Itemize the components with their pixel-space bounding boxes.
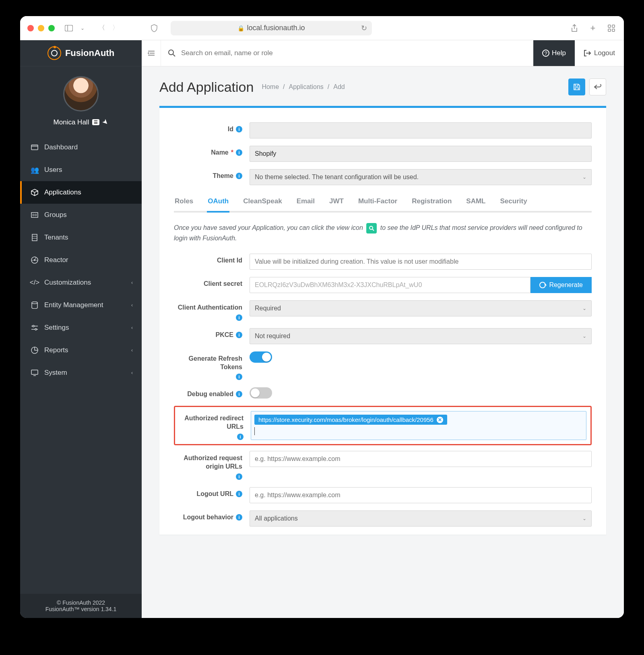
name-input[interactable] <box>250 146 592 162</box>
name-label: Name <box>211 149 229 156</box>
search-container <box>161 49 533 57</box>
sidebar-item-reactor[interactable]: Reactor <box>20 249 142 271</box>
redirect-urls-label: Authorized redirect URLs <box>179 414 244 431</box>
nav: Dashboard 👥Users Applications Groups Ten… <box>20 136 142 384</box>
logo[interactable]: FusionAuth <box>20 40 142 66</box>
page-title: Add Application <box>159 79 254 95</box>
sidebar-item-groups[interactable]: Groups <box>20 204 142 226</box>
avatar[interactable] <box>63 76 99 112</box>
zoom-window-icon[interactable] <box>48 25 55 31</box>
sidebar-item-system[interactable]: System‹ <box>20 362 142 384</box>
form-card: Idi Name*i Themei No theme selected. The… <box>159 106 606 535</box>
sidebar-item-entity-management[interactable]: Entity Management‹ <box>20 294 142 316</box>
url-bar[interactable]: 🔒 local.fusionauth.io ↻ <box>171 21 372 35</box>
logout-button[interactable]: Logout <box>575 40 624 66</box>
tab-overview-icon[interactable] <box>606 23 617 33</box>
tab-registration[interactable]: Registration <box>411 197 452 213</box>
svg-rect-2 <box>608 25 611 27</box>
help-button[interactable]: ?Help <box>533 40 575 66</box>
sidebar-toggle-icon[interactable] <box>64 23 74 33</box>
refresh-tokens-toggle[interactable] <box>250 351 272 363</box>
reload-icon[interactable]: ↻ <box>361 24 367 33</box>
redirect-urls-input[interactable]: https://store.xecurity.com/moas/broker/l… <box>251 411 586 440</box>
client-secret-input[interactable] <box>250 277 530 293</box>
breadcrumb: Home/ Applications/ Add <box>262 83 345 91</box>
tab-jwt[interactable]: JWT <box>328 197 345 213</box>
back-button[interactable]: 〈 <box>97 23 107 33</box>
chevron-left-icon: ‹ <box>131 370 133 376</box>
pkce-select[interactable]: Not required⌄ <box>250 328 592 344</box>
sidebar-item-customizations[interactable]: </>Customizations‹ <box>20 271 142 294</box>
location-arrow-icon[interactable]: ➤ <box>101 117 111 127</box>
svg-rect-3 <box>612 25 615 27</box>
minimize-window-icon[interactable] <box>38 25 44 31</box>
tab-security[interactable]: Security <box>500 197 528 213</box>
tab-multifactor[interactable]: Multi-Factor <box>357 197 398 213</box>
share-icon[interactable] <box>569 23 580 33</box>
desktop-icon <box>31 369 39 377</box>
info-icon[interactable]: i <box>236 391 242 397</box>
tab-cleanspeak[interactable]: CleanSpeak <box>242 197 283 213</box>
info-icon[interactable]: i <box>236 314 242 321</box>
breadcrumb-applications[interactable]: Applications <box>289 83 324 91</box>
new-tab-icon[interactable]: + <box>588 23 598 33</box>
breadcrumb-current: Add <box>333 83 345 91</box>
sidebar-item-users[interactable]: 👥Users <box>20 159 142 181</box>
chevron-down-icon: ⌄ <box>582 516 586 521</box>
logout-behavior-select[interactable]: All applications⌄ <box>250 510 592 527</box>
hint-before: Once you have saved your Application, yo… <box>174 224 363 231</box>
id-card-icon[interactable]: ☰ <box>92 119 99 125</box>
tabs: Roles OAuth CleanSpeak Email JWT Multi-F… <box>174 197 592 213</box>
info-icon[interactable]: i <box>236 332 242 338</box>
info-icon[interactable]: i <box>236 514 242 521</box>
sidebar-item-applications[interactable]: Applications <box>20 181 142 204</box>
logout-behavior-label: Logout behavior <box>183 514 233 521</box>
debug-label: Debug enabled <box>187 391 233 398</box>
sidebar-item-label: Reports <box>44 346 68 354</box>
logout-url-input[interactable] <box>250 487 592 503</box>
oauth-hint: Once you have saved your Application, yo… <box>174 223 592 243</box>
tab-email[interactable]: Email <box>296 197 316 213</box>
save-button[interactable] <box>568 79 585 95</box>
tab-saml[interactable]: SAML <box>465 197 486 213</box>
svg-rect-11 <box>32 234 37 241</box>
info-icon[interactable]: i <box>236 374 242 380</box>
sidebar-item-dashboard[interactable]: Dashboard <box>20 136 142 159</box>
search-input[interactable] <box>181 49 526 57</box>
info-icon[interactable]: i <box>236 491 242 497</box>
chevron-left-icon: ‹ <box>131 325 133 331</box>
sidebar-item-settings[interactable]: Settings‹ <box>20 316 142 339</box>
sidebar-item-label: Applications <box>44 188 81 196</box>
chevron-left-icon: ‹ <box>131 302 133 308</box>
tab-roles[interactable]: Roles <box>174 197 194 213</box>
sidebar-item-tenants[interactable]: Tenants <box>20 226 142 249</box>
svg-point-19 <box>33 325 34 327</box>
debug-toggle[interactable] <box>250 387 272 399</box>
breadcrumb-home[interactable]: Home <box>262 83 279 91</box>
collapse-sidebar-button[interactable] <box>142 40 161 66</box>
tab-oauth[interactable]: OAuth <box>207 197 229 213</box>
chevron-down-icon[interactable]: ⌄ <box>77 23 88 33</box>
svg-point-27 <box>169 50 173 55</box>
theme-select-value: No theme selected. The tenant configurat… <box>255 174 419 181</box>
regenerate-button[interactable]: Regenerate <box>530 277 592 293</box>
remove-chip-icon[interactable]: ✕ <box>437 417 443 423</box>
info-icon[interactable]: i <box>237 434 244 440</box>
refresh-icon <box>539 282 546 288</box>
text-cursor <box>254 427 255 435</box>
info-icon[interactable]: i <box>236 473 242 480</box>
client-auth-select[interactable]: Required⌄ <box>250 300 592 316</box>
info-icon[interactable]: i <box>236 149 242 156</box>
origin-urls-input[interactable] <box>250 451 592 467</box>
sidebar-item-reports[interactable]: Reports‹ <box>20 339 142 362</box>
svg-rect-8 <box>31 213 38 217</box>
privacy-shield-icon[interactable] <box>149 23 159 33</box>
info-icon[interactable]: i <box>236 173 242 179</box>
close-window-icon[interactable] <box>27 25 34 31</box>
svg-point-20 <box>35 329 37 330</box>
info-icon[interactable]: i <box>236 126 242 132</box>
theme-label: Theme <box>213 172 233 180</box>
back-button[interactable] <box>589 79 606 95</box>
theme-select[interactable]: No theme selected. The tenant configurat… <box>250 169 592 185</box>
forward-button[interactable]: 〉 <box>110 23 121 33</box>
